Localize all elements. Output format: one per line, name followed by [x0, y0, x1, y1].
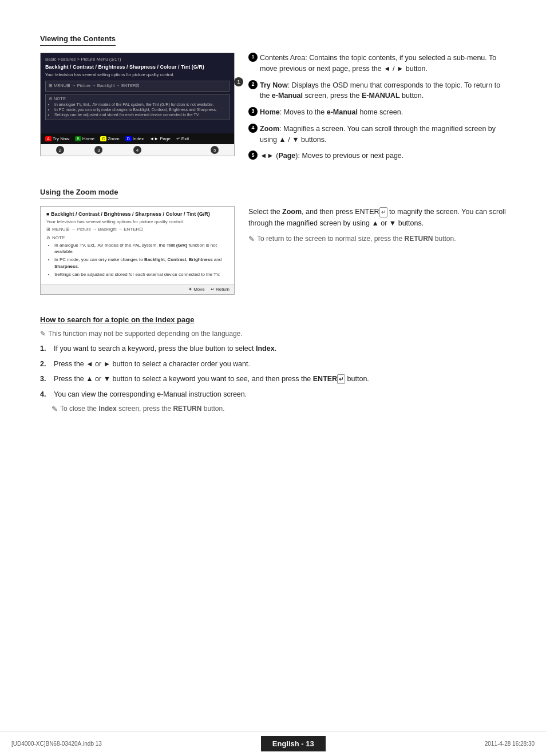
- zoom-mockup-col: ■ Backlight / Contrast / Brightness / Sh…: [40, 206, 235, 295]
- annotation-4: 4 Zoom: Magnifies a screen. You can scro…: [248, 124, 506, 145]
- enter-key-2: ↵: [337, 374, 345, 384]
- tv-breadcrumb: Basic Features > Picture Menu (3/17): [45, 57, 230, 62]
- try-now-label: Try Now: [53, 136, 69, 141]
- tv-bullet-3: Settings can be adjusted and stored for …: [54, 113, 226, 117]
- step-3-text: Press the ▲ or ▼ button to select a keyw…: [54, 374, 369, 385]
- badge-3: 3: [94, 146, 102, 154]
- circle-4: 4: [248, 124, 258, 133]
- viewing-contents-heading: Viewing the Contents: [40, 34, 116, 46]
- toolbar-page: ◄► Page: [149, 136, 171, 141]
- zoom-toolbar: ✦ Move ↩ Return: [41, 284, 234, 294]
- toolbar-exit: ↵ Exit: [176, 136, 189, 141]
- tv-bullet-list: In analogue TV, Ext., AV modes of the PA…: [49, 102, 226, 117]
- badge-4: 4: [133, 146, 141, 154]
- zoom-menu-icon: ⊞: [46, 227, 50, 232]
- step-3: 3. Press the ▲ or ▼ button to select a k…: [40, 374, 506, 385]
- zoom-label: Zoom: [108, 136, 119, 141]
- tv-bullets-box: ⊘ NOTE In analogue TV, Ext., AV modes of…: [45, 94, 230, 120]
- step-4-note: ✎ To close the Index screen, press the R…: [52, 405, 506, 413]
- annotation-5: 5 ◄► (Page): Moves to previous or next p…: [248, 151, 506, 161]
- tv-content-title: Backlight / Contrast / Brightness / Shar…: [45, 64, 230, 70]
- tv-menu-path: ⊞ MENU⊞ → Picture → Backlight → ENTER⊡: [49, 83, 226, 88]
- zoom-desc-col: Select the Zoom, and then press ENTER↵ t…: [248, 206, 506, 295]
- toolbar-home: B Home: [75, 136, 94, 141]
- tv-number-badges: 2 3 4 5: [41, 144, 234, 156]
- step-2: 2. Press the ◄ or ► button to select a c…: [40, 359, 506, 370]
- tv-note-title: ⊘ NOTE: [49, 96, 226, 101]
- annotation-4-text: Zoom: Magnifies a screen. You can scroll…: [260, 124, 506, 145]
- page-footer: [UD4000-XC]BN68-03420A.indb 13 English -…: [0, 731, 546, 756]
- step-1: 1. If you want to search a keyword, pres…: [40, 343, 506, 354]
- step-4-num: 4.: [40, 389, 52, 400]
- step-4-text: You can view the corresponding e-Manual …: [54, 389, 247, 400]
- zoom-mode-layout: ■ Backlight / Contrast / Brightness / Sh…: [40, 206, 506, 295]
- btn-b-icon: B: [75, 136, 81, 141]
- zoom-bullet-2: In PC mode, you can only make changes to…: [54, 256, 228, 269]
- step-1-text: If you want to search a keyword, press t…: [54, 343, 276, 354]
- index-label: Index: [133, 136, 144, 141]
- home-label: Home: [82, 136, 94, 141]
- step-4: 4. You can view the corresponding e-Manu…: [40, 389, 506, 400]
- pen-icon-3: ✎: [52, 405, 58, 413]
- exit-icon: ↵: [176, 136, 180, 141]
- zoom-bullet-3: Settings can be adjusted and stored for …: [54, 271, 228, 278]
- badge-1: 1: [234, 77, 243, 86]
- zoom-menu-path: ⊞ MENU⊞ → Picture → Backlight → ENTER⊡: [46, 227, 228, 232]
- circle-1: 1: [248, 53, 258, 62]
- annotation-1: 1 Contents Area: Contains the topic cont…: [248, 53, 506, 74]
- zoom-box: ■ Backlight / Contrast / Brightness / Sh…: [40, 206, 235, 295]
- zoom-description: Select the Zoom, and then press ENTER↵ t…: [248, 206, 506, 229]
- annotation-1-text: Contents Area: Contains the topic conten…: [260, 53, 506, 74]
- tv-bullet-2: In PC mode, you can only make changes to…: [54, 108, 226, 112]
- tv-screen: Basic Features > Picture Menu (3/17) Bac…: [41, 53, 234, 133]
- zoom-menu-text: MENU⊞ → Picture → Backlight → ENTER⊡: [52, 227, 143, 232]
- annotation-3: 3 Home: Moves to the e-Manual home scree…: [248, 107, 506, 118]
- zoom-bullets: In analogue TV, Ext., AV modes of the PA…: [46, 242, 228, 278]
- zoom-sub: Your television has several setting opti…: [46, 219, 228, 224]
- tv-note-box: ⊞ MENU⊞ → Picture → Backlight → ENTER⊡: [45, 81, 230, 92]
- step-list: 1. If you want to search a keyword, pres…: [40, 343, 506, 400]
- tv-toolbar: A Try Now B Home C Zoom D: [41, 133, 234, 144]
- zoom-screen: ■ Backlight / Contrast / Brightness / Sh…: [41, 207, 234, 284]
- step-2-text: Press the ◄ or ► button to select a char…: [54, 359, 250, 370]
- annotation-3-text: Home: Moves to the e-Manual home screen.: [260, 107, 403, 118]
- annotation-5-text: ◄► (Page): Moves to previous or next pag…: [260, 151, 403, 161]
- exit-label: Exit: [181, 136, 189, 141]
- toolbar-zoom: C Zoom: [100, 136, 120, 141]
- menu-icon: ⊞: [49, 83, 53, 88]
- step-4-note-text: To close the Index screen, press the RET…: [60, 405, 224, 413]
- btn-a-icon: A: [45, 136, 52, 141]
- tv-content-sub: Your television has several setting opti…: [45, 72, 230, 78]
- page-icon: ◄►: [149, 136, 159, 141]
- annotation-2-text: Try Now: Displays the OSD menu that corr…: [260, 80, 506, 102]
- viewing-contents-section: Viewing the Contents Basic Features > Pi…: [40, 34, 506, 167]
- step-1-num: 1.: [40, 343, 52, 354]
- zoom-mode-section: Using the Zoom mode ■ Backlight / Contra…: [40, 188, 506, 295]
- badge-2: 2: [56, 146, 64, 154]
- zoom-return-note: ✎ To return to the screen to normal size…: [248, 235, 506, 243]
- btn-c-icon: C: [100, 136, 106, 141]
- circle-2: 2: [248, 80, 258, 89]
- footer-file-info: [UD4000-XC]BN68-03420A.indb 13: [11, 741, 102, 747]
- toolbar-index: D Index: [125, 136, 144, 141]
- footer-date-info: 2011-4-28 16:28:30: [485, 741, 535, 747]
- zoom-note-title: NOTE: [52, 235, 65, 240]
- index-section: How to search for a topic on the index p…: [40, 315, 506, 413]
- index-heading: How to search for a topic on the index p…: [40, 315, 506, 324]
- zoom-note-circle: ⊘: [46, 235, 50, 240]
- toolbar-try-now: A Try Now: [45, 136, 69, 141]
- tv-bullet-1: In analogue TV, Ext., AV modes of the PA…: [54, 102, 226, 106]
- page-content: Viewing the Contents Basic Features > Pi…: [0, 0, 546, 473]
- zoom-note-label: ⊘ NOTE: [46, 235, 228, 240]
- step-3-num: 3.: [40, 374, 52, 385]
- index-note-text: This function may not be supported depen…: [48, 330, 243, 338]
- enter-key-1: ↵: [379, 207, 387, 217]
- pen-icon-1: ✎: [248, 235, 255, 243]
- pen-icon-2: ✎: [40, 330, 46, 338]
- zoom-bullet-1: In analogue TV, Ext., AV modes of the PA…: [54, 242, 228, 255]
- page-label: Page: [160, 136, 171, 141]
- index-note: ✎ This function may not be supported dep…: [40, 330, 506, 338]
- zoom-move-icon: ✦ Move: [188, 287, 205, 292]
- circle-3: 3: [248, 107, 258, 116]
- badge-spacer: [172, 146, 180, 154]
